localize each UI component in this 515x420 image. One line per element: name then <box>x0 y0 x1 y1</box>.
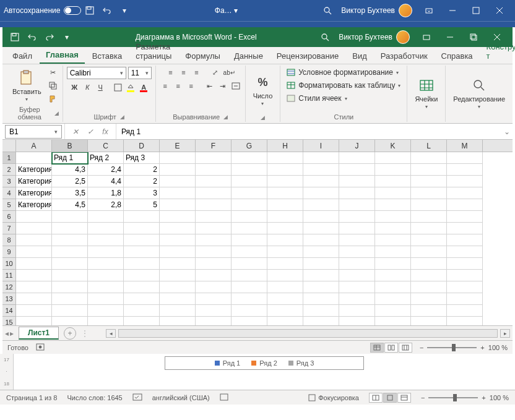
row-header[interactable]: 6 <box>2 211 16 223</box>
cell[interactable] <box>52 258 88 270</box>
orientation-icon[interactable]: ⤢ <box>210 67 221 78</box>
row-header[interactable]: 14 <box>2 305 16 317</box>
qat-dropdown-icon[interactable]: ▾ <box>118 4 131 17</box>
cell[interactable] <box>232 234 267 246</box>
word-user[interactable]: Виктор Бухтеев <box>336 4 417 17</box>
cell[interactable] <box>375 234 411 246</box>
cell[interactable] <box>196 234 232 246</box>
cell[interactable] <box>339 281 375 293</box>
cell[interactable]: 2,8 <box>88 199 124 211</box>
decrease-indent-icon[interactable]: ⇤ <box>204 80 215 92</box>
cell[interactable] <box>339 246 375 258</box>
cell[interactable] <box>16 270 52 281</box>
cell[interactable]: 3 <box>124 187 160 199</box>
web-layout-icon[interactable] <box>397 393 411 403</box>
zoom-out-icon[interactable]: − <box>420 344 423 351</box>
save-icon[interactable] <box>84 4 96 17</box>
maximize-button[interactable] <box>464 2 488 19</box>
cell[interactable] <box>52 293 88 305</box>
cell[interactable] <box>124 246 160 258</box>
cell[interactable] <box>160 176 196 187</box>
cell[interactable] <box>375 281 411 293</box>
cell[interactable] <box>16 211 52 223</box>
cell[interactable]: 2 <box>124 164 160 176</box>
row-header[interactable]: 4 <box>2 187 16 199</box>
row-header[interactable]: 2 <box>2 164 16 176</box>
cell[interactable] <box>232 317 267 325</box>
cell[interactable] <box>16 223 52 234</box>
autosave-toggle[interactable]: Автосохранение <box>4 6 81 15</box>
cell[interactable] <box>196 270 232 281</box>
cells-button[interactable]: Ячейки ▾ <box>411 74 441 112</box>
cell[interactable]: Категория 2 <box>16 176 52 187</box>
cell[interactable]: Категория 3 <box>16 187 52 199</box>
name-box[interactable]: B1▾ <box>5 125 62 139</box>
column-header[interactable]: E <box>160 140 196 152</box>
cell[interactable] <box>375 317 411 325</box>
cell[interactable]: 4,4 <box>88 176 124 187</box>
cell[interactable] <box>196 187 232 199</box>
cell[interactable] <box>303 211 339 223</box>
tab-chart-design[interactable]: Конструктор т <box>480 39 515 64</box>
cell[interactable] <box>267 258 303 270</box>
cell[interactable] <box>124 317 160 325</box>
cell[interactable] <box>447 270 483 281</box>
cell[interactable] <box>447 293 483 305</box>
cell[interactable] <box>411 187 447 199</box>
search-icon[interactable] <box>319 31 331 43</box>
cell[interactable] <box>411 234 447 246</box>
cell[interactable] <box>160 152 196 164</box>
align-center-icon[interactable]: ≡ <box>173 80 184 92</box>
cell[interactable] <box>339 164 375 176</box>
row-header[interactable]: 5 <box>2 199 16 211</box>
cell[interactable] <box>411 176 447 187</box>
new-sheet-button[interactable]: + <box>64 327 76 340</box>
merge-button[interactable] <box>230 80 241 92</box>
cell[interactable] <box>411 211 447 223</box>
cell[interactable] <box>16 305 52 317</box>
column-header[interactable]: J <box>339 140 375 152</box>
tab-view[interactable]: Вид <box>346 48 373 64</box>
cell[interactable] <box>232 152 267 164</box>
select-all-corner[interactable] <box>2 140 16 152</box>
collapse-ribbon-icon[interactable]: ⌃ <box>513 110 515 122</box>
column-header[interactable]: F <box>196 140 232 152</box>
align-right-icon[interactable]: ≡ <box>186 80 197 92</box>
align-top-icon[interactable]: ≡ <box>165 67 176 78</box>
cell[interactable]: Категория 4 <box>16 199 52 211</box>
editing-button[interactable]: Редактирование ▾ <box>449 74 509 112</box>
cell[interactable] <box>411 152 447 164</box>
cell[interactable] <box>232 223 267 234</box>
cell[interactable] <box>339 234 375 246</box>
qat-dropdown-icon[interactable]: ▾ <box>61 31 73 43</box>
cell[interactable] <box>411 258 447 270</box>
cell[interactable] <box>16 234 52 246</box>
cell[interactable] <box>160 187 196 199</box>
spell-check-icon[interactable] <box>132 393 142 402</box>
column-header[interactable]: D <box>124 140 160 152</box>
cell[interactable] <box>303 187 339 199</box>
cell[interactable] <box>88 293 124 305</box>
cell[interactable]: 4,3 <box>52 164 88 176</box>
fill-color-button[interactable] <box>125 82 136 93</box>
tab-review[interactable]: Рецензирование <box>270 48 345 64</box>
row-header[interactable]: 11 <box>2 270 16 281</box>
cell[interactable] <box>375 270 411 281</box>
cell[interactable] <box>447 199 483 211</box>
cell[interactable] <box>88 223 124 234</box>
cell[interactable] <box>339 223 375 234</box>
cell[interactable] <box>196 317 232 325</box>
cell[interactable] <box>232 305 267 317</box>
tab-formulas[interactable]: Формулы <box>179 48 227 64</box>
cell[interactable] <box>447 246 483 258</box>
expand-formula-bar-icon[interactable]: ⌄ <box>501 127 513 136</box>
cell[interactable] <box>411 164 447 176</box>
cell[interactable] <box>267 281 303 293</box>
cell[interactable] <box>339 211 375 223</box>
row-header[interactable]: 1 <box>2 152 16 164</box>
cell[interactable] <box>52 317 88 325</box>
cell[interactable] <box>232 281 267 293</box>
cell[interactable] <box>303 258 339 270</box>
read-mode-icon[interactable] <box>369 393 383 403</box>
cell[interactable]: Ряд 3 <box>124 152 160 164</box>
